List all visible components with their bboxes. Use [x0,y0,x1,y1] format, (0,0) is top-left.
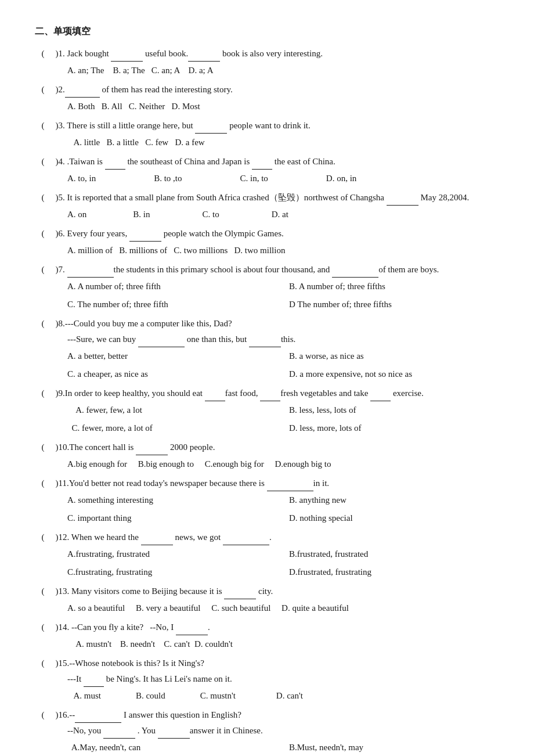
q6-text: )6. Every four years, people watch the O… [51,226,284,242]
question-9: ( )9.In order to keep healthy, you shoul… [35,386,499,436]
q4-paren: ( [35,154,51,170]
section-title: 二、单项填空 [35,23,499,40]
q6-paren: ( [35,226,51,242]
q7-text: )7. the students in this primary school … [51,262,439,278]
q5-options: A. on B. in C. to D. at [67,207,499,222]
q1-paren: ( [35,46,51,62]
q4-num: )4. .Taiwan is the southeast of China an… [51,154,335,170]
q13-paren: ( [35,584,51,599]
q9-paren: ( [35,386,51,401]
q3-paren: ( [35,118,51,134]
q13-options: A. so a beautiful B. very a beautiful C.… [67,600,499,616]
q4-options: A. to, in B. to ,to C. in, to D. on, in [67,171,499,186]
q14-paren: ( [35,620,51,635]
q10-paren: ( [35,440,51,455]
question-1: ( )1. Jack bought useful book. book is a… [35,46,499,78]
q6-options: A. million of B. millions of C. two mill… [67,243,499,258]
q5-text: )5. It is reported that a small plane fr… [51,190,469,206]
q16-text2: --No, you . You answer it in Chinese. [67,723,499,739]
question-7: ( )7. the students in this primary schoo… [35,262,499,312]
q9-text: )9.In order to keep healthy, you should … [51,386,424,401]
question-16: ( )16.-- I answer this question in Engli… [35,707,499,755]
q12-text: )12. When we heard the news, we got . [51,530,272,545]
q1-options: A. an; The B. a; The C. an; A D. a; A [67,63,499,78]
question-12: ( )12. When we heard the news, we got . … [35,530,499,580]
question-11: ( )11.You'd better not read today's news… [35,476,499,526]
q12-options: A.frustrating, frustrated B.frustrated, … [67,546,499,580]
q5-paren: ( [35,190,51,206]
question-8: ( )8.---Could you buy me a computer like… [35,316,499,382]
question-14: ( )14. --Can you fly a kite? --No, I . A… [35,620,499,652]
question-4: ( )4. .Taiwan is the southeast of China … [35,154,499,186]
q16-paren: ( [35,707,51,723]
q3-num: )3. There is still a little orange here,… [51,118,311,134]
question-6: ( )6. Every four years, people watch the… [35,226,499,258]
q16-options: A.May, needn't, can B.Must, needn't, may [67,740,499,755]
q9-options: A. fewer, few, a lot B. less, less, lots… [67,402,499,436]
q15-paren: ( [35,656,51,671]
q14-text: )14. --Can you fly a kite? --No, I . [51,620,210,635]
q12-paren: ( [35,530,51,545]
q10-text: )10.The concert hall is 2000 people. [51,440,215,455]
q13-text: )13. Many visitors come to Beijing becau… [51,584,273,599]
q11-text: )11.You'd better not read today's newspa… [51,476,329,491]
q16-text: )16.-- I answer this question in English… [51,707,241,723]
question-15: ( )15.--Whose notebook is this? Is it Ni… [35,656,499,704]
q11-paren: ( [35,476,51,491]
q3-options: A. little B. a little C. few D. a few [67,135,499,150]
question-10: ( )10.The concert hall is 2000 people. A… [35,440,499,472]
q10-options: A.big enough for B.big enough to C.enoug… [67,456,499,472]
q2-options: A. Both B. All C. Neither D. Most [67,99,499,114]
question-2: ( )2. of them has read the interesting s… [35,82,499,114]
q15-text2: ---It be Ning's. It has Li Lei's name on… [67,671,499,687]
q7-paren: ( [35,262,51,278]
q7-options: A. A number of; three fifth B. A number … [67,279,499,312]
q15-text: )15.--Whose notebook is this? Is it Ning… [51,656,204,671]
q8-text: )8.---Could you buy me a computer like t… [51,316,232,332]
q11-options: A. something interesting B. anything new… [67,492,499,526]
question-3: ( )3. There is still a little orange her… [35,118,499,150]
question-5: ( )5. It is reported that a small plane … [35,190,499,222]
q8-options: A. a better, better B. a worse, as nice … [67,348,499,382]
q2-num: )2. of them has read the interesting sto… [51,82,233,98]
question-13: ( )13. Many visitors come to Beijing bec… [35,584,499,616]
q8-text2: ---Sure, we can buy one than this, but t… [67,332,499,347]
q8-paren: ( [35,316,51,332]
q15-options: A. must B. could C. mustn't D. can't [67,688,499,704]
q14-options: A. mustn't B. needn't C. can't D. couldn… [67,636,499,652]
q2-paren: ( [35,82,51,98]
q1-num: )1. Jack bought useful book. book is als… [51,46,323,62]
